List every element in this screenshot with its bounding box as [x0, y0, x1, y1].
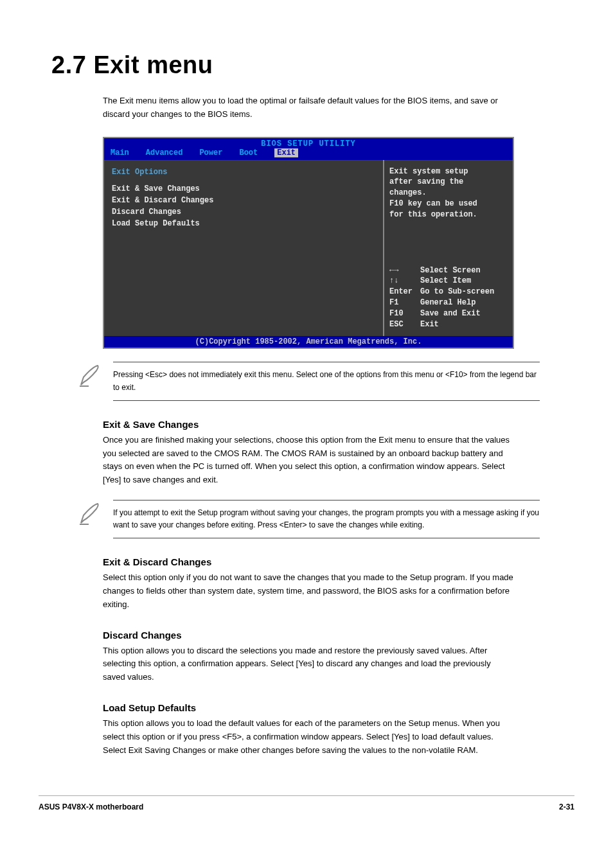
subheading-exit-save: Exit & Save Changes — [103, 419, 574, 430]
subheading-exit-discard: Exit & Discard Changes — [103, 556, 574, 567]
note-block: If you attempt to exit the Setup program… — [77, 500, 540, 538]
bios-copyright: (C)Copyright 1985-2002, American Megatre… — [104, 336, 513, 348]
bios-tab-advanced: Advanced — [146, 148, 183, 157]
note-pen-icon — [77, 501, 103, 529]
legend-key: ESC — [389, 319, 420, 330]
bios-tab-boot: Boot — [239, 148, 258, 157]
note-block: Pressing <Esc> does not immediately exit… — [77, 362, 540, 400]
footer-right: 2-31 — [559, 802, 574, 811]
legend-key: F1 — [389, 297, 420, 308]
bios-tab-exit: Exit — [274, 148, 298, 157]
legend-key: F10 — [389, 308, 420, 319]
legend-label: Select Item — [420, 276, 471, 287]
section-heading: 2.7 Exit menu — [51, 51, 574, 79]
intro-paragraph: The Exit menu items allow you to load th… — [103, 94, 514, 121]
legend-label: Go to Sub-screen — [420, 287, 494, 297]
bios-help-line: F10 key can be used — [389, 199, 508, 209]
bios-help-line: changes. — [389, 188, 508, 199]
note-pen-icon — [77, 363, 103, 391]
bios-legend: ←→Select Screen ↑↓Select Item EnterGo to… — [389, 265, 508, 330]
legend-label: Select Screen — [420, 265, 481, 276]
legend-label: Save and Exit — [420, 308, 481, 319]
legend-key: ←→ — [389, 265, 420, 276]
bios-exit-options-heading: Exit Options — [112, 166, 375, 178]
bios-item: Exit & Discard Changes — [112, 195, 375, 206]
bios-tab-bar: Main Advanced Power Boot Exit — [104, 148, 513, 160]
bios-right-panel: Exit system setup after saving the chang… — [384, 160, 513, 337]
bios-tab-power: Power — [199, 148, 222, 157]
subheading-load-defaults: Load Setup Defaults — [103, 702, 574, 713]
bios-help-line: Exit system setup — [389, 166, 508, 177]
bios-help-line: after saving the — [389, 177, 508, 188]
body-paragraph: Select this option only if you do not wa… — [103, 571, 514, 611]
legend-key: ↑↓ — [389, 276, 420, 287]
bios-item: Exit & Save Changes — [112, 183, 375, 195]
footer-left: ASUS P4V8X-X motherboard — [39, 802, 143, 811]
subheading-discard-changes: Discard Changes — [103, 630, 574, 641]
body-paragraph: This option allows you to load the defau… — [103, 717, 514, 757]
bios-item: Load Setup Defaults — [112, 218, 375, 229]
bios-item: Discard Changes — [112, 206, 375, 218]
bios-left-panel: Exit Options Exit & Save Changes Exit & … — [104, 160, 384, 337]
legend-label: General Help — [420, 297, 475, 308]
bios-title: BIOS SETUP UTILITY — [104, 138, 513, 148]
legend-key: Enter — [389, 287, 420, 297]
bios-tab-main: Main — [111, 148, 129, 157]
bios-help-line: for this operation. — [389, 209, 508, 220]
bios-screenshot: BIOS SETUP UTILITY Main Advanced Power B… — [103, 137, 514, 350]
legend-label: Exit — [420, 319, 439, 330]
body-paragraph: This option allows you to discard the se… — [103, 644, 514, 684]
note-text: Pressing <Esc> does not immediately exit… — [113, 362, 540, 400]
note-text: If you attempt to exit the Setup program… — [113, 500, 540, 538]
page-footer: ASUS P4V8X-X motherboard 2-31 — [39, 795, 574, 811]
body-paragraph: Once you are finished making your select… — [103, 434, 514, 487]
